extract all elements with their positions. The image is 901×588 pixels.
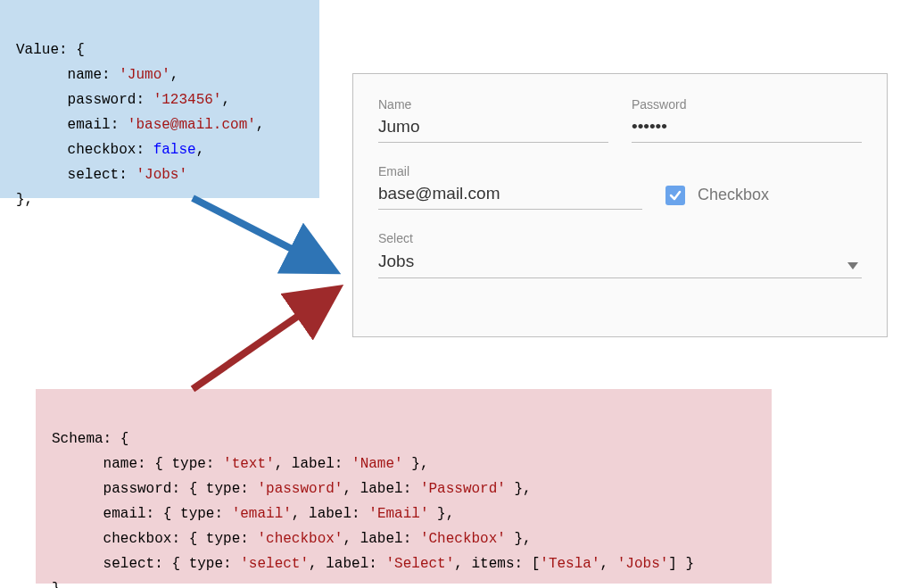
check-icon [668, 188, 682, 203]
value-select-val: 'Jobs' [136, 167, 187, 183]
schema-password-pre: password: { type: [52, 481, 257, 497]
schema-select-post: ] } [668, 556, 694, 572]
value-code-block: Value: { name: 'Jumo', password: '123456… [0, 0, 319, 198]
schema-password-label: 'Password' [420, 481, 506, 497]
form-row-2: Email Checkbox [378, 164, 862, 210]
schema-email-type: 'email' [232, 506, 292, 522]
schema-select-item2: 'Jobs' [617, 556, 669, 572]
schema-checkbox-type: 'checkbox' [257, 531, 343, 547]
value-email-val: 'base@mail.com' [128, 117, 256, 133]
name-input[interactable] [378, 115, 608, 143]
value-header: Value: { [16, 42, 85, 58]
arrow-red [193, 293, 332, 389]
value-email-comma: , [256, 117, 265, 133]
schema-select-pre: select: { type: [52, 556, 240, 572]
schema-code-block: Schema: { name: { type: 'text', label: '… [36, 389, 772, 584]
value-password-val: '123456' [153, 92, 222, 108]
password-label: Password [632, 97, 862, 112]
checkbox-field-container: Checkbox [665, 180, 862, 210]
value-email-colon: : [111, 117, 128, 133]
select-input[interactable]: Jobs [378, 249, 862, 278]
form-row-1: Name Password [378, 97, 862, 143]
schema-name-label: 'Name' [351, 456, 403, 472]
schema-password-post: }, [506, 481, 532, 497]
value-name-comma: , [170, 67, 179, 83]
select-label: Select [378, 231, 862, 245]
chevron-down-icon[interactable] [847, 262, 858, 269]
schema-header: Schema: { [52, 431, 128, 447]
value-password-colon: : [136, 92, 153, 108]
email-field-container: Email [378, 164, 642, 210]
schema-email-pre: email: { type: [52, 506, 232, 522]
schema-password-type: 'password' [257, 481, 343, 497]
schema-select-items-pre: , items: [ [454, 556, 540, 572]
schema-email-post: }, [429, 506, 455, 522]
svg-marker-2 [847, 262, 858, 269]
select-field-container: Select Jobs [378, 231, 862, 278]
schema-email-mid: , label: [292, 506, 368, 522]
schema-name-mid: , label: [275, 456, 351, 472]
checkbox-input[interactable] [665, 186, 685, 205]
schema-name-post: }, [403, 456, 429, 472]
form-panel: Name Password Email Checkbox Select Jobs [352, 73, 888, 337]
schema-email-label: 'Email' [368, 506, 428, 522]
name-label: Name [378, 97, 608, 112]
schema-select-sep: , [600, 556, 617, 572]
schema-checkbox-label: 'Checkbox' [420, 531, 506, 547]
value-checkbox-comma: , [196, 142, 205, 158]
arrow-blue [193, 198, 328, 268]
schema-footer: } [52, 581, 61, 588]
schema-checkbox-mid: , label: [343, 531, 419, 547]
form-row-3: Select Jobs [378, 231, 862, 278]
schema-select-type: 'select' [240, 556, 309, 572]
value-select-colon: : [119, 167, 136, 183]
password-input[interactable] [632, 115, 862, 143]
schema-select-item1: 'Tesla' [540, 556, 599, 572]
name-field-container: Name [378, 97, 608, 143]
schema-name-pre: name: { type: [52, 456, 223, 472]
value-checkbox-colon: : [136, 142, 153, 158]
schema-password-mid: , label: [343, 481, 419, 497]
value-email-key: email [68, 117, 111, 133]
schema-select-mid: , label: [309, 556, 385, 572]
schema-select-label: 'Select' [385, 556, 454, 572]
checkbox-label: Checkbox [698, 186, 769, 204]
value-name-val: 'Jumo' [119, 67, 170, 83]
value-password-comma: , [221, 92, 230, 108]
value-select-key: select [68, 167, 120, 183]
value-footer: }, [16, 192, 33, 208]
email-label: Email [378, 164, 642, 178]
schema-name-type: 'text' [223, 456, 275, 472]
value-name-key: name [68, 67, 102, 83]
schema-checkbox-pre: checkbox: { type: [52, 531, 257, 547]
value-password-key: password [68, 92, 136, 108]
schema-checkbox-post: }, [506, 531, 532, 547]
email-input[interactable] [378, 182, 642, 210]
password-field-container: Password [632, 97, 862, 143]
value-checkbox-val: false [153, 142, 196, 158]
value-checkbox-key: checkbox [68, 142, 136, 158]
value-name-colon: : [102, 67, 119, 83]
